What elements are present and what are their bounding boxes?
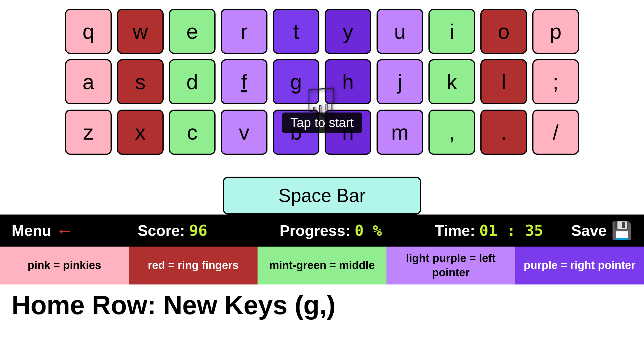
progress-stat: Progress: 0 % — [252, 222, 410, 239]
key-a[interactable]: a — [65, 59, 112, 104]
score-value: 96 — [189, 222, 207, 239]
legend-light-purple: light purple = left pointer — [386, 247, 515, 284]
score-label: Score: — [138, 222, 185, 239]
key-row-1: q w e r t y u i o p — [12, 9, 632, 54]
key-w[interactable]: w — [117, 9, 164, 54]
key-period[interactable]: . — [480, 110, 527, 155]
key-f[interactable]: f — [221, 59, 267, 104]
key-q[interactable]: q — [65, 9, 112, 54]
legend-purple: purple = right pointer — [515, 247, 644, 284]
key-o[interactable]: o — [480, 9, 527, 54]
key-u[interactable]: u — [377, 9, 423, 54]
key-h[interactable]: h — [325, 59, 371, 104]
key-x[interactable]: x — [117, 110, 164, 155]
status-bar: Menu ← Score: 96 Progress: 0 % Time: 01 … — [0, 215, 644, 247]
key-row-2: a s d f g h j k l ; — [12, 59, 632, 104]
key-m[interactable]: m — [377, 110, 423, 155]
key-g[interactable]: g — [273, 59, 319, 104]
legend-bar: pink = pinkies red = ring fingers mint-g… — [0, 247, 644, 284]
key-d[interactable]: d — [169, 59, 216, 104]
progress-value: 0 % — [355, 222, 382, 239]
legend-pink: pink = pinkies — [0, 247, 129, 284]
tap-to-start-tooltip[interactable]: Tap to start — [282, 113, 362, 133]
save-section: Save 💾 — [568, 221, 632, 240]
spacebar-key[interactable]: Space Bar — [223, 177, 421, 215]
legend-red: red = ring fingers — [129, 247, 258, 284]
key-r[interactable]: r — [221, 9, 267, 54]
menu-label[interactable]: Menu — [12, 222, 51, 239]
key-s[interactable]: s — [117, 59, 164, 104]
key-i[interactable]: i — [428, 9, 475, 54]
bottom-title: Home Row: New Keys (g,) — [0, 284, 644, 326]
key-p[interactable]: p — [532, 9, 579, 54]
progress-label: Progress: — [279, 222, 350, 239]
time-label: Time: — [435, 222, 475, 239]
time-value: 01 : 35 — [479, 222, 543, 239]
key-k[interactable]: k — [428, 59, 475, 104]
spacebar-row: Space Bar — [12, 177, 632, 215]
key-e[interactable]: e — [169, 9, 216, 54]
key-y[interactable]: y — [325, 9, 371, 54]
key-v[interactable]: v — [221, 110, 267, 155]
time-stat: Time: 01 : 35 — [410, 222, 568, 239]
key-c[interactable]: c — [169, 110, 216, 155]
menu-section: Menu ← — [12, 221, 93, 241]
key-z[interactable]: z — [65, 110, 112, 155]
key-semicolon[interactable]: ; — [532, 59, 579, 104]
key-j[interactable]: j — [377, 59, 423, 104]
save-label[interactable]: Save — [571, 222, 607, 239]
save-floppy-icon[interactable]: 💾 — [611, 221, 632, 240]
key-l[interactable]: l — [480, 59, 527, 104]
score-stat: Score: 96 — [93, 222, 252, 239]
back-arrow-icon[interactable]: ← — [56, 221, 74, 241]
key-t[interactable]: t — [273, 9, 319, 54]
keyboard-area: q w e r t y u i o p a s d f g h j k l ; … — [0, 0, 644, 215]
legend-green: mint-green = middle — [258, 247, 386, 284]
key-comma[interactable]: , — [428, 110, 475, 155]
key-slash[interactable]: / — [532, 110, 579, 155]
